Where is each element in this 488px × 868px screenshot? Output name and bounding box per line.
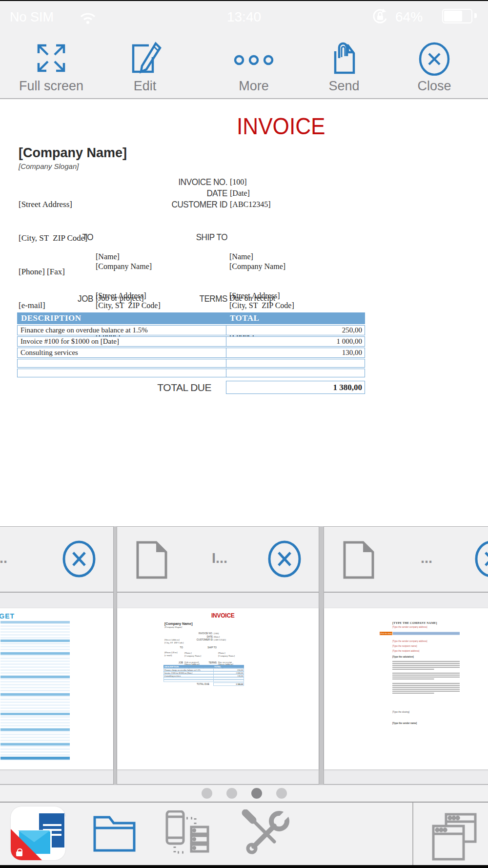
battery-cap xyxy=(474,13,477,18)
battery-icon xyxy=(442,9,472,23)
windows-icon xyxy=(429,812,478,861)
pager-dot[interactable] xyxy=(202,788,212,799)
card-header: ... xyxy=(324,527,488,593)
tab-windows[interactable] xyxy=(429,812,478,863)
more-label: More xyxy=(205,79,303,94)
page-indicator xyxy=(0,785,488,803)
document-thumbnail: [TYPE THE COMPANY NAME] [Type the sender… xyxy=(324,593,488,784)
edit-icon xyxy=(96,35,194,76)
lock-icon xyxy=(16,851,22,856)
invoice-meta-block: INVOICE NO.[100] DATE[Date] CUSTOMER ID[… xyxy=(117,176,271,210)
ship-to-label: SHIP TO xyxy=(182,232,227,243)
rotation-lock-icon xyxy=(371,8,389,25)
close-document-button[interactable] xyxy=(61,540,98,578)
to-label: TO xyxy=(53,232,93,243)
send-label: Send xyxy=(295,79,393,94)
tools-icon xyxy=(240,809,291,858)
document-thumbnail: BUDGET xyxy=(0,593,113,784)
document-card-budget[interactable]: .. BUDGET xyxy=(0,526,114,785)
company-slogan: [Company Slogan] xyxy=(19,162,79,170)
company-name: [Company Name] xyxy=(19,145,127,161)
table-row: Invoice #100 for $1000 on [Date]1 000,00 xyxy=(17,336,365,347)
terms-value: Due on receipt xyxy=(229,294,275,303)
pager-dot[interactable] xyxy=(226,788,237,799)
tab-documents-app[interactable] xyxy=(11,806,65,860)
status-bar: No SIM 13:40 64% xyxy=(0,1,488,27)
app-screen: No SIM 13:40 64% Full screen xyxy=(0,0,488,868)
tab-bar-divider xyxy=(412,803,413,865)
red-corner xyxy=(11,829,42,860)
fullscreen-button[interactable]: Full screen xyxy=(2,35,100,94)
edit-button[interactable]: Edit xyxy=(96,35,194,94)
terms-label: TERMS xyxy=(182,293,227,304)
fullscreen-icon xyxy=(2,35,100,76)
document-icon xyxy=(343,540,375,581)
tab-device-sync[interactable] xyxy=(165,810,211,858)
table-row xyxy=(17,359,365,368)
close-label: Close xyxy=(386,79,483,94)
total-due-value: 1 380,00 xyxy=(226,381,365,394)
close-document-button[interactable] xyxy=(266,540,303,578)
document-icon xyxy=(136,540,168,581)
document-preview: INVOICE [Company Name] [Company Slogan] … xyxy=(0,99,488,526)
card-header: .. xyxy=(0,527,113,593)
total-due-row: TOTAL DUE 1 380,00 xyxy=(17,381,365,394)
close-icon xyxy=(386,35,483,76)
document-card-invoice[interactable]: I... INVOICE [Company Name] [Company Slo… xyxy=(117,526,319,785)
fullscreen-label: Full screen xyxy=(2,79,100,94)
table-row: Consulting services130,00 xyxy=(17,348,365,358)
bottom-tab-bar xyxy=(0,803,488,865)
send-button[interactable]: Send xyxy=(295,35,393,94)
close-document-button[interactable] xyxy=(473,540,488,578)
invoice-title: INVOICE xyxy=(237,113,325,140)
send-icon xyxy=(295,35,393,76)
invoice-table: DESCRIPTION TOTAL Finance charge on over… xyxy=(17,312,365,394)
spreadsheet-thumbnail xyxy=(0,621,70,761)
job-label: JOB xyxy=(53,293,93,304)
open-documents-carousel: .. BUDGET xyxy=(0,526,488,785)
total-due-label: TOTAL DUE xyxy=(17,382,226,393)
company-address-block: [Street Address] [City, ST ZIP Code] [Ph… xyxy=(19,176,87,333)
tab-files-folder[interactable] xyxy=(92,812,137,855)
tab-tools-settings[interactable] xyxy=(240,809,291,860)
edit-label: Edit xyxy=(96,79,194,94)
document-name: ... xyxy=(395,550,458,566)
more-button[interactable]: More xyxy=(205,35,303,94)
device-sync-icon xyxy=(165,810,211,856)
job-value: [Job or project] xyxy=(96,294,144,303)
folder-icon xyxy=(92,812,137,853)
thumbnail-title: BUDGET xyxy=(0,612,15,620)
table-row xyxy=(17,369,365,377)
bottom-black-bar xyxy=(0,865,488,868)
table-row: Finance charge on overdue balance at 1.5… xyxy=(17,325,365,335)
card-header: I... xyxy=(117,527,319,593)
viewer-toolbar: Full screen Edit More xyxy=(0,27,488,100)
close-button[interactable]: Close xyxy=(386,35,483,94)
letter-thumbnail: [TYPE THE COMPANY NAME] [Type the sender… xyxy=(380,621,460,728)
invoice-table-header: DESCRIPTION TOTAL xyxy=(17,312,365,324)
document-name: .. xyxy=(0,550,39,566)
document-card-letter[interactable]: ... [TYPE THE COMPANY NAME] [Type the se… xyxy=(324,526,488,785)
battery-percent: 64% xyxy=(395,9,423,25)
date-chip: [Pick the date] xyxy=(380,632,392,635)
pager-dot[interactable] xyxy=(276,788,287,799)
document-thumbnail: INVOICE [Company Name] [Company Slogan] … xyxy=(117,593,319,784)
invoice-thumbnail: INVOICE [Company Name] [Company Slogan] … xyxy=(162,611,245,684)
letter-blue-bar xyxy=(393,632,460,635)
more-icon xyxy=(205,35,303,76)
document-name: I... xyxy=(188,550,251,566)
pager-dot[interactable] xyxy=(251,788,262,799)
